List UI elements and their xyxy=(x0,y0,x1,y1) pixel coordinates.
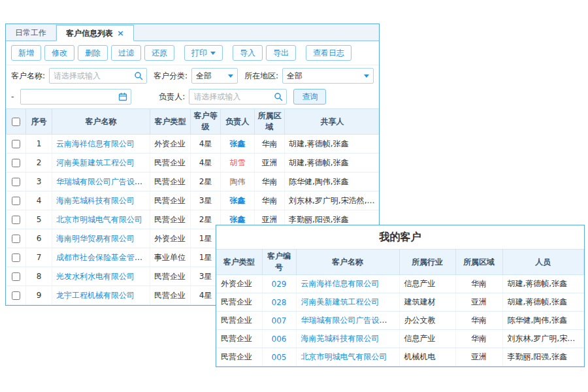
customer-name-link[interactable]: 海南芜城科技有限公司 xyxy=(301,334,380,343)
district-select-value: 全部 xyxy=(287,71,302,82)
filter-button[interactable]: 过滤 xyxy=(111,45,141,61)
calendar-icon[interactable] xyxy=(118,92,127,101)
customer-name-link[interactable]: 北京市明城电气有限公司 xyxy=(301,352,387,361)
export-button[interactable]: 导出 xyxy=(266,45,296,61)
checkbox-cell xyxy=(7,210,26,229)
header-customer-type: 客户类型 xyxy=(150,109,191,135)
row-number: 2 xyxy=(26,154,52,172)
customer-level: 2星 xyxy=(191,172,221,191)
date-input[interactable] xyxy=(20,89,131,105)
row-number: 4 xyxy=(26,191,52,210)
search-icon[interactable] xyxy=(274,92,283,101)
row-checkbox[interactable] xyxy=(12,272,20,281)
row-checkbox[interactable] xyxy=(12,291,20,300)
category-select[interactable]: 全部 xyxy=(191,68,238,84)
customer-name-input[interactable] xyxy=(49,68,147,84)
header-customer-name: 客户名称 xyxy=(52,109,150,135)
tab-customer-list[interactable]: 客户信息列表 × xyxy=(56,25,134,41)
people: 胡建,蒋德帧,张鑫 xyxy=(502,293,584,312)
table-row: 2河南美新建筑工程公司民营企业4星胡雪亚洲胡建,蒋德帧,张鑫 xyxy=(7,154,380,172)
row-checkbox[interactable] xyxy=(12,159,20,167)
row-number: 3 xyxy=(26,172,52,191)
customer-type: 民营企业 xyxy=(150,267,191,286)
customer-name-cell: 云南海祥信息有限公司 xyxy=(52,135,150,154)
header-people: 人员 xyxy=(502,250,584,275)
chevron-down-icon xyxy=(228,74,233,78)
customer-code-link[interactable]: 006 xyxy=(272,335,287,344)
customer-code-link[interactable]: 005 xyxy=(272,353,287,362)
owner-field-wrap xyxy=(189,89,287,105)
header-industry: 所属行业 xyxy=(399,250,455,275)
customer-name-link[interactable]: 海南明华贸易有限公司 xyxy=(56,234,135,243)
customer-code-link[interactable]: 028 xyxy=(272,298,287,307)
customer-name-link[interactable]: 河南美新建筑工程公司 xyxy=(301,297,380,306)
tab-daily-work[interactable]: 日常工作 xyxy=(6,24,56,41)
import-button[interactable]: 导入 xyxy=(233,45,263,61)
owner-link[interactable]: 张鑫 xyxy=(230,196,246,205)
table-row: 民营企业007华瑞城有限公司广告设计部办公文教华南陈华健,陶伟,张鑫 xyxy=(216,312,584,330)
customer-name-link[interactable]: 云南海祥信息有限公司 xyxy=(301,279,380,288)
customer-name-link[interactable]: 光发水利水电有限公司 xyxy=(56,272,135,281)
owner-input[interactable] xyxy=(189,89,287,105)
my-customers-table: 客户类型 客户编号 客户名称 所属行业 所属区域 人员 外资企业029云南海祥信… xyxy=(216,249,584,367)
close-icon[interactable]: × xyxy=(117,29,124,37)
checkbox-cell xyxy=(7,267,26,286)
row-checkbox[interactable] xyxy=(12,216,20,224)
view-log-button[interactable]: 查看日志 xyxy=(306,45,351,61)
add-button[interactable]: 新增 xyxy=(11,45,41,61)
print-button[interactable]: 打印 xyxy=(184,45,223,61)
shared-people: 陈华健,陶伟,张鑫 xyxy=(285,172,380,191)
region: 亚洲 xyxy=(455,293,502,312)
category-select-value: 全部 xyxy=(196,71,212,82)
search-icon[interactable] xyxy=(134,71,143,80)
print-button-label: 打印 xyxy=(191,48,207,59)
table-row: 1云南海祥信息有限公司外资企业4星张鑫华南胡建,蒋德帧,张鑫 xyxy=(7,135,380,154)
owner-link[interactable]: 张鑫 xyxy=(230,139,246,148)
header-customer-code: 客户编号 xyxy=(262,250,296,275)
owner-link[interactable]: 陶伟 xyxy=(230,177,246,186)
customer-code-link[interactable]: 007 xyxy=(272,316,287,325)
delete-button[interactable]: 删除 xyxy=(78,45,108,61)
customer-name-link[interactable]: 云南海祥信息有限公司 xyxy=(56,139,135,148)
select-all-cell xyxy=(7,109,26,135)
region: 亚洲 xyxy=(255,154,285,172)
customer-name-link[interactable]: 海南芜城科技有限公司 xyxy=(56,196,135,205)
desktop: 日常工作 客户信息列表 × 新增 修改 删除 过滤 还原 打印 导入 导出 查看… xyxy=(0,0,588,392)
edit-button[interactable]: 修改 xyxy=(44,45,74,61)
row-checkbox[interactable] xyxy=(12,253,20,262)
checkbox-cell xyxy=(7,286,26,305)
customer-name-link[interactable]: 成都市社会保险基金管理... xyxy=(56,253,150,262)
owner-link[interactable]: 张鑫 xyxy=(230,215,246,224)
customer-name-link[interactable]: 北京市明城电气有限公司 xyxy=(56,215,142,224)
header-customer-level: 客户等级 xyxy=(191,109,221,135)
select-all-checkbox[interactable] xyxy=(12,118,20,126)
row-checkbox[interactable] xyxy=(12,235,20,243)
district-select[interactable]: 全部 xyxy=(282,68,374,84)
customer-code-link[interactable]: 029 xyxy=(272,280,287,289)
customer-type: 外资企业 xyxy=(150,229,191,248)
row-checkbox[interactable] xyxy=(12,140,20,148)
people: 刘东林,罗广明,宋浩然... xyxy=(502,330,584,348)
table-row: 外资企业029云南海祥信息有限公司信息产业华南胡建,蒋德帧,张鑫 xyxy=(216,275,584,293)
region: 华南 xyxy=(455,312,502,330)
customer-name-link[interactable]: 华瑞城有限公司广告设计部 xyxy=(301,316,395,325)
region: 亚洲 xyxy=(455,348,502,367)
filter-row-1: 客户名称: 客户分类: 全部 所在地区: 全部 xyxy=(6,65,379,86)
date-field-wrap xyxy=(20,89,131,105)
customer-type: 民营企业 xyxy=(216,330,262,348)
owner-link[interactable]: 胡雪 xyxy=(230,158,246,167)
query-button[interactable]: 查询 xyxy=(293,89,326,105)
customer-name-link[interactable]: 华瑞城有限公司广告设计部 xyxy=(56,177,150,186)
restore-button[interactable]: 还原 xyxy=(144,45,174,61)
customer-type: 民营企业 xyxy=(150,191,191,210)
customer-name-cell: 成都市社会保险基金管理... xyxy=(52,248,150,267)
row-number: 1 xyxy=(26,135,52,154)
customer-name-cell: 北京市明城电气有限公司 xyxy=(52,210,150,229)
customer-code-cell: 005 xyxy=(262,348,296,367)
row-number: 7 xyxy=(26,248,52,267)
customer-name-link[interactable]: 龙宇工程机械有限公司 xyxy=(56,291,135,300)
row-checkbox[interactable] xyxy=(12,178,20,186)
customer-name-link[interactable]: 河南美新建筑工程公司 xyxy=(56,158,135,167)
checkbox-cell xyxy=(7,191,26,210)
row-checkbox[interactable] xyxy=(12,197,20,205)
